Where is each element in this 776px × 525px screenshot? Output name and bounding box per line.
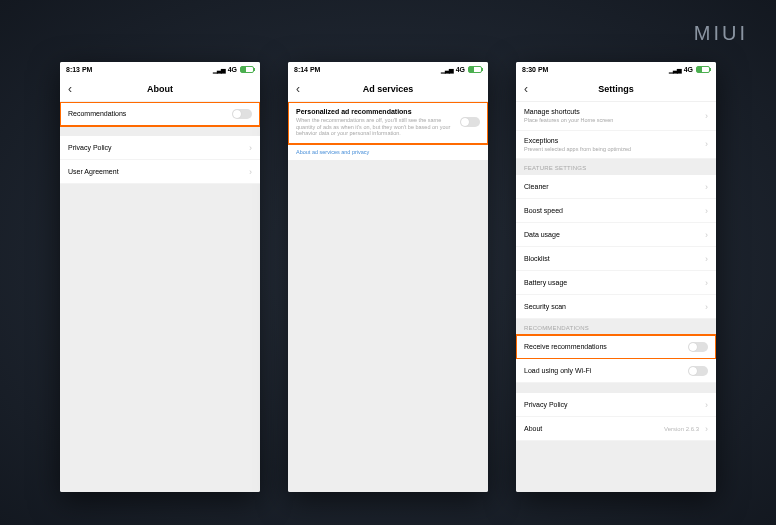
row-subtext: When the recommendations are off, you'll… <box>296 117 460 137</box>
user-agreement-row[interactable]: User Agreement › <box>60 160 260 184</box>
chevron-right-icon: › <box>249 143 252 153</box>
content: Manage shortcuts Place features on your … <box>516 102 716 492</box>
content: Recommendations Privacy Policy › User Ag… <box>60 102 260 492</box>
about-ad-services-link[interactable]: About ad services and privacy <box>288 144 488 160</box>
battery-icon <box>696 66 710 73</box>
battery-usage-row[interactable]: Battery usage › <box>516 271 716 295</box>
row-label: Boost speed <box>524 207 701 214</box>
chevron-right-icon: › <box>705 302 708 312</box>
recommendations-toggle[interactable] <box>232 109 252 119</box>
row-label: Load using only Wi-Fi <box>524 367 688 374</box>
row-label: Privacy Policy <box>68 144 245 151</box>
status-time: 8:30 PM <box>522 66 548 73</box>
chevron-right-icon: › <box>705 424 708 434</box>
status-time: 8:13 PM <box>66 66 92 73</box>
cleaner-row[interactable]: Cleaner › <box>516 175 716 199</box>
boost-speed-row[interactable]: Boost speed › <box>516 199 716 223</box>
network-label: 4G <box>684 66 693 73</box>
miui-logo: MIUI <box>694 22 748 45</box>
security-scan-row[interactable]: Security scan › <box>516 295 716 319</box>
about-row[interactable]: About Version 2.6.3 › <box>516 417 716 441</box>
row-label: Blocklist <box>524 255 701 262</box>
chevron-right-icon: › <box>705 278 708 288</box>
row-subtext: Place features on your Home screen <box>524 117 701 124</box>
network-label: 4G <box>456 66 465 73</box>
status-time: 8:14 PM <box>294 66 320 73</box>
titlebar: ‹ About <box>60 76 260 102</box>
section-header-features: FEATURE SETTINGS <box>516 159 716 175</box>
status-icons: ▁▃▅ 4G <box>213 66 254 73</box>
row-label: Exceptions <box>524 137 701 144</box>
about-version: Version 2.6.3 <box>664 426 699 432</box>
chevron-right-icon: › <box>705 400 708 410</box>
status-icons: ▁▃▅ 4G <box>669 66 710 73</box>
privacy-row[interactable]: Privacy Policy › <box>60 136 260 160</box>
blocklist-row[interactable]: Blocklist › <box>516 247 716 271</box>
data-usage-row[interactable]: Data usage › <box>516 223 716 247</box>
receive-recommendations-toggle[interactable] <box>688 342 708 352</box>
network-label: 4G <box>228 66 237 73</box>
signal-icon: ▁▃▅ <box>669 66 681 73</box>
battery-icon <box>240 66 254 73</box>
page-title: Ad services <box>363 84 414 94</box>
chevron-right-icon: › <box>705 206 708 216</box>
row-label: Security scan <box>524 303 701 310</box>
page-title: About <box>147 84 173 94</box>
row-label: Cleaner <box>524 183 701 190</box>
content: Personalized ad recommendations When the… <box>288 102 488 492</box>
phone-settings: 8:30 PM ▁▃▅ 4G ‹ Settings Manage shortcu… <box>516 62 716 492</box>
chevron-right-icon: › <box>705 111 708 121</box>
page-title: Settings <box>598 84 634 94</box>
battery-icon <box>468 66 482 73</box>
signal-icon: ▁▃▅ <box>213 66 225 73</box>
wifi-only-toggle[interactable] <box>688 366 708 376</box>
signal-icon: ▁▃▅ <box>441 66 453 73</box>
row-label: Privacy Policy <box>524 401 701 408</box>
exceptions-row[interactable]: Exceptions Prevent selected apps from be… <box>516 131 716 160</box>
wifi-only-row[interactable]: Load using only Wi-Fi <box>516 359 716 383</box>
phone-about: 8:13 PM ▁▃▅ 4G ‹ About Recommendations P… <box>60 62 260 492</box>
manage-shortcuts-row[interactable]: Manage shortcuts Place features on your … <box>516 102 716 131</box>
phone-ad-services: 8:14 PM ▁▃▅ 4G ‹ Ad services Personalize… <box>288 62 488 492</box>
row-label: Manage shortcuts <box>524 108 701 115</box>
row-label: About <box>524 425 664 432</box>
row-label: Recommendations <box>68 110 232 117</box>
status-bar: 8:30 PM ▁▃▅ 4G <box>516 62 716 76</box>
chevron-right-icon: › <box>705 254 708 264</box>
back-button[interactable]: ‹ <box>296 82 300 96</box>
chevron-right-icon: › <box>249 167 252 177</box>
titlebar: ‹ Settings <box>516 76 716 102</box>
personalized-ads-row[interactable]: Personalized ad recommendations When the… <box>288 102 488 144</box>
row-label: Battery usage <box>524 279 701 286</box>
status-icons: ▁▃▅ 4G <box>441 66 482 73</box>
back-button[interactable]: ‹ <box>524 82 528 96</box>
chevron-right-icon: › <box>705 139 708 149</box>
row-subtext: Prevent selected apps from being optimiz… <box>524 146 701 153</box>
chevron-right-icon: › <box>705 230 708 240</box>
chevron-right-icon: › <box>705 182 708 192</box>
privacy-policy-row[interactable]: Privacy Policy › <box>516 393 716 417</box>
receive-recommendations-row[interactable]: Receive recommendations <box>516 335 716 359</box>
row-label: Personalized ad recommendations <box>296 108 460 115</box>
status-bar: 8:14 PM ▁▃▅ 4G <box>288 62 488 76</box>
section-header-recommendations: RECOMMENDATIONS <box>516 319 716 335</box>
row-label: Data usage <box>524 231 701 238</box>
recommendations-row[interactable]: Recommendations <box>60 102 260 126</box>
status-bar: 8:13 PM ▁▃▅ 4G <box>60 62 260 76</box>
back-button[interactable]: ‹ <box>68 82 72 96</box>
titlebar: ‹ Ad services <box>288 76 488 102</box>
personalized-ads-toggle[interactable] <box>460 117 480 127</box>
row-label: User Agreement <box>68 168 245 175</box>
phone-row: 8:13 PM ▁▃▅ 4G ‹ About Recommendations P… <box>0 0 776 492</box>
row-label: Receive recommendations <box>524 343 688 350</box>
